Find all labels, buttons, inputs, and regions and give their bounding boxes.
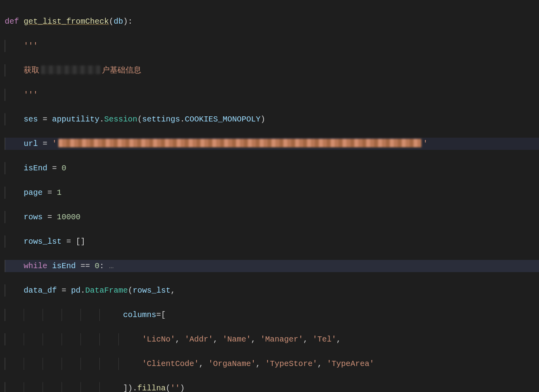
code-line[interactable]: page = 1: [5, 187, 539, 199]
code-line-folded[interactable]: while isEnd == 0: …: [5, 260, 539, 272]
class-session: Session: [104, 115, 137, 124]
code-line[interactable]: columns=[: [5, 309, 539, 321]
code-line[interactable]: 'ClientCode', 'OrgaName', 'TypeStore', '…: [5, 358, 539, 370]
doc-text-prefix: 获取: [24, 66, 39, 75]
code-line[interactable]: ses = apputility.Session(settings.COOKIE…: [5, 113, 539, 125]
redacted-text: [41, 65, 100, 74]
code-line[interactable]: isEnd = 0: [5, 162, 539, 174]
code-line[interactable]: rows_lst = []: [5, 235, 539, 248]
arg-columns: columns: [123, 310, 156, 319]
doc-text-suffix: 户基础信息: [102, 66, 141, 75]
code-editor[interactable]: def get_list_fromCheck(db): ''' 获取户基础信息 …: [0, 0, 539, 392]
const-cookies: COOKIES_MONOPOLY: [185, 115, 260, 124]
code-line[interactable]: def get_list_fromCheck(db):: [5, 15, 539, 28]
fold-indicator-icon[interactable]: …: [109, 261, 114, 271]
code-line[interactable]: data_df = pd.DataFrame(rows_lst,: [5, 284, 539, 297]
code-line[interactable]: ]).fillna(''): [5, 382, 539, 392]
code-line[interactable]: 'LicNo', 'Addr', 'Name', 'Manager', 'Tel…: [5, 333, 539, 345]
var-datadf: data_df: [24, 286, 57, 295]
function-name: get_list_fromCheck: [24, 17, 109, 26]
keyword-def: def: [5, 17, 19, 26]
var-page: page: [24, 188, 43, 197]
docstring-open: ''': [24, 41, 38, 50]
var-isend: isEnd: [24, 164, 47, 173]
code-line[interactable]: url = '': [5, 138, 539, 150]
code-line[interactable]: 获取户基础信息: [5, 64, 539, 77]
class-dataframe: DataFrame: [85, 286, 128, 295]
code-line[interactable]: ''': [5, 89, 539, 101]
param-db: db: [114, 17, 123, 26]
var-rowslst: rows_lst: [24, 237, 62, 246]
code-line[interactable]: ''': [5, 40, 539, 52]
var-rows: rows: [24, 213, 43, 222]
var-ses: ses: [24, 115, 38, 124]
redacted-url: [58, 139, 421, 147]
docstring-close: ''': [24, 90, 38, 99]
code-line[interactable]: rows = 10000: [5, 211, 539, 223]
method-fillna: fillna: [137, 384, 166, 392]
keyword-while: while: [24, 261, 47, 271]
var-url: url: [24, 139, 38, 148]
